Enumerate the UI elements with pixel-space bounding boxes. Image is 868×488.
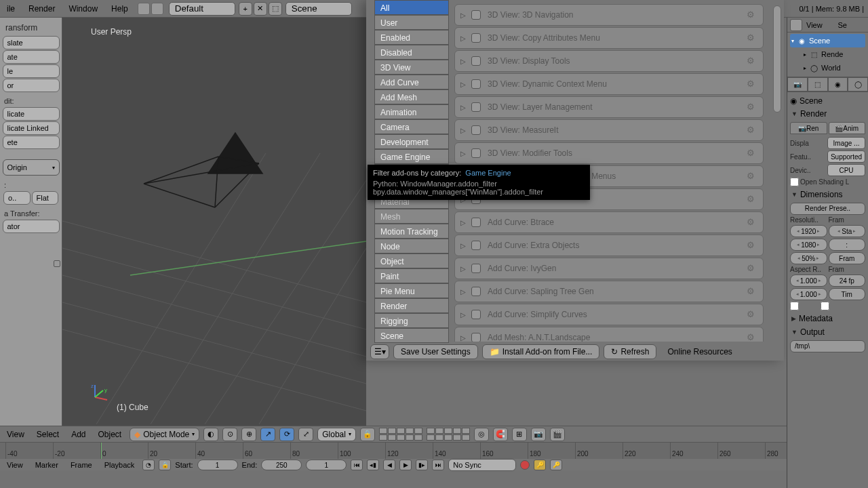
scale-manipulator[interactable]: ⤢ bbox=[298, 428, 313, 441]
addon-link-icon[interactable]: ⚙ bbox=[747, 148, 757, 159]
addon-link-icon[interactable]: ⚙ bbox=[747, 9, 757, 20]
manipulator-toggle[interactable]: ⊕ bbox=[241, 428, 256, 441]
animation-tab[interactable]: 🎬Anim bbox=[829, 122, 866, 134]
layer-button[interactable] bbox=[427, 428, 435, 434]
layer-button[interactable] bbox=[453, 434, 461, 441]
tab-world[interactable]: ◯ bbox=[848, 77, 868, 92]
resolution-y-input[interactable]: ◂1080▸ bbox=[790, 239, 827, 251]
frame-step-input[interactable]: : bbox=[829, 239, 866, 251]
category-animation[interactable]: Animation bbox=[374, 104, 449, 119]
addon-enable-checkbox[interactable] bbox=[471, 102, 481, 112]
tab-render[interactable]: 📷 bbox=[787, 77, 808, 92]
expand-addon-icon[interactable]: ▷ bbox=[460, 242, 471, 249]
translate-button[interactable]: slate bbox=[3, 36, 60, 49]
render-tab[interactable]: 📷Ren bbox=[790, 122, 827, 134]
category-game-engine[interactable]: Game Engine bbox=[374, 149, 449, 164]
addon-scrollbar[interactable] bbox=[773, 5, 781, 113]
layer-button[interactable] bbox=[406, 428, 414, 434]
category-add-mesh[interactable]: Add Mesh bbox=[374, 89, 449, 104]
addon-link-icon[interactable]: ⚙ bbox=[747, 125, 757, 136]
screen-layout-dropdown[interactable] bbox=[169, 2, 235, 16]
category-object[interactable]: Object bbox=[374, 253, 449, 268]
expand-addon-icon[interactable]: ▷ bbox=[460, 104, 471, 111]
pivot-button[interactable]: ⊙ bbox=[222, 428, 237, 441]
category-user[interactable]: User bbox=[374, 15, 449, 30]
category-3d-view[interactable]: 3D View bbox=[374, 60, 449, 75]
timeline-marker-menu[interactable]: Marker bbox=[31, 461, 62, 469]
online-resources-link[interactable]: Online Resources bbox=[660, 344, 738, 359]
set-origin-dropdown[interactable]: Origin▾ bbox=[3, 159, 60, 176]
addon-link-icon[interactable]: ⚙ bbox=[747, 263, 757, 274]
layer-button[interactable] bbox=[388, 434, 396, 441]
category-pie-menu[interactable]: Pie Menu bbox=[374, 283, 449, 298]
keying-set-button[interactable]: 🔑 bbox=[534, 460, 546, 470]
addon-enable-checkbox[interactable] bbox=[471, 79, 481, 89]
category-enabled[interactable]: Enabled bbox=[374, 30, 449, 45]
addon-link-icon[interactable]: ⚙ bbox=[747, 240, 757, 251]
scene-breadcrumb[interactable]: Scene bbox=[800, 96, 823, 106]
layer-button[interactable] bbox=[462, 434, 470, 441]
jump-start-button[interactable]: ⏮ bbox=[351, 460, 363, 470]
addon-enable-checkbox[interactable] bbox=[471, 241, 481, 250]
keyframe-prev-button[interactable]: ◂▮ bbox=[367, 460, 379, 470]
category-mesh[interactable]: Mesh bbox=[374, 209, 449, 224]
editor-type-selector[interactable] bbox=[135, 3, 166, 15]
tab-scene[interactable]: ◉ bbox=[828, 77, 848, 92]
addon-enable-checkbox[interactable] bbox=[471, 333, 481, 342]
display-dropdown[interactable]: Image ... bbox=[827, 137, 865, 149]
duplicate-button[interactable]: licate bbox=[3, 107, 60, 121]
viewport-shading-button[interactable]: ◐ bbox=[203, 428, 218, 441]
layer-button[interactable] bbox=[397, 434, 405, 441]
frame-start-input[interactable]: ◂Sta▸ bbox=[829, 225, 866, 237]
expand-addon-icon[interactable]: ▷ bbox=[460, 58, 471, 65]
play-button[interactable]: ▶ bbox=[399, 460, 412, 470]
operator-button[interactable]: ator bbox=[3, 220, 60, 233]
category-motion-tracking[interactable]: Motion Tracking bbox=[374, 224, 449, 239]
outliner-item-world[interactable]: ▸ ◯ World bbox=[790, 61, 865, 75]
duplicate-linked-button[interactable]: licate Linked bbox=[3, 121, 60, 135]
layer-button[interactable] bbox=[435, 428, 443, 434]
category-camera[interactable]: Camera bbox=[374, 119, 449, 134]
scene-browse-button[interactable]: ⬚ bbox=[269, 2, 282, 16]
mirror-button[interactable]: or bbox=[3, 79, 60, 92]
frame-end-field[interactable]: 250 bbox=[261, 460, 302, 470]
menu-help[interactable]: Help bbox=[104, 1, 135, 16]
outliner-item-scene[interactable]: ▾ ◉ Scene bbox=[790, 34, 865, 47]
lock-time[interactable]: 🔒 bbox=[159, 460, 171, 470]
refresh-addons-button[interactable]: ↻Refresh bbox=[604, 344, 656, 359]
timeline-playback-menu[interactable]: Playback bbox=[100, 461, 139, 469]
expand-addon-icon[interactable]: ▷ bbox=[460, 265, 471, 272]
addon-link-icon[interactable]: ⚙ bbox=[747, 171, 757, 182]
opengl-render-button[interactable]: 📷 bbox=[531, 428, 546, 441]
install-addon-button[interactable]: 📁Install Add-on from File... bbox=[482, 344, 600, 359]
expand-addon-icon[interactable]: ▷ bbox=[460, 12, 471, 19]
category-rigging[interactable]: Rigging bbox=[374, 313, 449, 328]
layer-button[interactable] bbox=[379, 428, 387, 434]
rotate-manipulator[interactable]: ⟳ bbox=[279, 428, 294, 441]
addon-link-icon[interactable]: ⚙ bbox=[747, 194, 757, 205]
prefs-menu-button[interactable]: ☰▾ bbox=[370, 344, 389, 359]
use-preview-range[interactable]: ◔ bbox=[142, 460, 155, 470]
object-menu[interactable]: Object bbox=[94, 428, 126, 441]
addon-link-icon[interactable]: ⚙ bbox=[747, 309, 757, 320]
shade-flat-button[interactable]: Flat bbox=[32, 191, 59, 205]
layer-buttons-2[interactable] bbox=[427, 428, 470, 441]
menu-window[interactable]: Window bbox=[62, 1, 104, 16]
addon-link-icon[interactable]: ⚙ bbox=[747, 332, 757, 342]
border-checkbox[interactable] bbox=[790, 302, 799, 310]
current-frame-field[interactable]: 1 bbox=[306, 460, 347, 470]
addon-enable-checkbox[interactable] bbox=[471, 10, 481, 20]
category-paint[interactable]: Paint bbox=[374, 268, 449, 283]
metadata-panel-header[interactable]: ▶Metadata bbox=[790, 312, 865, 325]
frame-start-field[interactable]: 1 bbox=[197, 460, 238, 470]
3d-viewport[interactable]: User Persp (1) Cube z y bbox=[62, 18, 366, 426]
snap-button[interactable]: 🧲 bbox=[493, 428, 508, 441]
layer-button[interactable] bbox=[397, 428, 405, 434]
output-panel-header[interactable]: ▼Output bbox=[790, 325, 865, 339]
layer-button[interactable] bbox=[414, 434, 422, 441]
expand-icon[interactable]: ▾ bbox=[791, 38, 794, 44]
opengl-anim-button[interactable]: 🎬 bbox=[550, 428, 565, 441]
category-disabled[interactable]: Disabled bbox=[374, 45, 449, 60]
expand-addon-icon[interactable]: ▷ bbox=[460, 150, 471, 157]
snap-element-button[interactable]: ⊞ bbox=[512, 428, 527, 441]
